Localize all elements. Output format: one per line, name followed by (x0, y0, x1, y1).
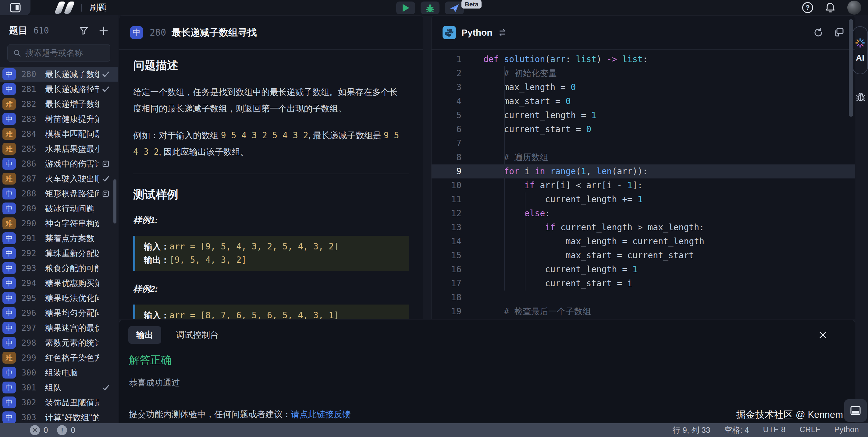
problem-list-item[interactable]: 中297糖果迷宫的最优分配 (0, 321, 118, 335)
problem-list-item[interactable]: 中281最长递减路径节... (0, 81, 118, 97)
line-number: 19 (432, 305, 484, 318)
debug-button[interactable] (421, 2, 439, 14)
problem-list-item[interactable]: 中292算珠重新分配以获... (0, 246, 118, 261)
line-number: 8 (432, 150, 484, 164)
line-number: 7 (432, 136, 484, 150)
problem-list-item[interactable]: 难299红色格子染色方案... (0, 350, 118, 365)
difficulty-badge: 中 (2, 307, 16, 319)
problem-marker (99, 160, 110, 168)
difficulty-badge: 难 (2, 98, 16, 110)
sidebar-scrollbar[interactable] (113, 179, 117, 224)
code-line: 9 for i in range(1, len(arr)): (432, 164, 855, 178)
sample2-label: 样例2: (133, 283, 409, 295)
line-number: 17 (432, 276, 484, 291)
problem-title: 最长递增子数组问题 (45, 99, 99, 110)
watermark: 掘金技术社区 @ Kennem (736, 408, 843, 421)
problem-list-item[interactable]: 难290神奇字符串构造问题 (0, 216, 118, 231)
beta-badge: Beta (461, 0, 482, 8)
add-problem-icon[interactable] (99, 26, 108, 36)
toggle-sidebar-button[interactable] (0, 0, 30, 15)
problem-title: 最长递减子数组寻找 (172, 26, 257, 39)
difficulty-badge: 难 (2, 352, 16, 364)
run-button[interactable] (396, 2, 415, 14)
problem-list-item[interactable]: 中295糖果吃法优化问题 (0, 291, 118, 305)
ai-assistant-button[interactable]: AI (852, 26, 868, 74)
input-label: 输入： (144, 242, 169, 251)
difficulty-badge: 中 (2, 277, 16, 289)
problem-title: 矩形棋盘路径问... (45, 188, 99, 199)
problem-list-item[interactable]: 中293粮食分配的可能性... (0, 261, 118, 276)
difficulty-badge: 中 (2, 397, 16, 408)
code-text: def solution(arr: list) -> list: (484, 53, 648, 66)
tab-debug-console[interactable]: 调试控制台 (176, 329, 219, 341)
encoding[interactable]: UTF-8 (763, 425, 785, 435)
problem-title: 糖果迷宫的最优分配 (45, 323, 99, 333)
problem-title: 水果店果篮最小成... (45, 143, 99, 155)
problem-list-item[interactable]: 中280最长递减子数组... (0, 67, 118, 81)
problem-list-item[interactable]: 中302装饰品丑陋值最小... (0, 395, 118, 410)
difficulty-badge: 中 (2, 367, 16, 378)
reset-code-icon[interactable] (813, 28, 823, 37)
problem-list-item[interactable]: 难287火车驶入驶出顺... (0, 171, 118, 186)
difficulty-badge: 中 (2, 322, 16, 334)
code-editor[interactable]: 1def solution(arr: list) -> list:2 # 初始化… (432, 50, 855, 319)
run-controls: Beta (396, 2, 464, 14)
format-code-icon[interactable] (834, 28, 844, 37)
report-bug-button[interactable] (855, 91, 866, 102)
problem-marker (99, 175, 110, 183)
problem-list-item[interactable]: 难285水果店果篮最小成... (0, 141, 118, 156)
problem-id: 302 (21, 398, 40, 407)
problem-list-item[interactable]: 中301组队 (0, 380, 118, 395)
line-number: 4 (432, 94, 484, 108)
sample2-input-code: arr = [8, 7, 6, 5, 6, 5, 4, 3, 1] (169, 310, 339, 319)
divider (81, 4, 82, 11)
line-number: 18 (432, 291, 484, 305)
code-line: 11 current_length += 1 (432, 193, 855, 206)
problem-list-item[interactable]: 中300组装电脑 (0, 365, 118, 380)
code-text: max_length = current_length (484, 234, 704, 248)
search-input[interactable] (25, 48, 104, 58)
difficulty-badge: 中 (2, 83, 16, 95)
code-text: max_start = current_start (484, 248, 694, 263)
language-mode[interactable]: Python (834, 425, 859, 435)
code-text: max_start = 0 (484, 94, 571, 108)
line-number: 15 (432, 248, 484, 263)
line-number: 14 (432, 234, 484, 248)
problem-list-item[interactable]: 中289破冰行动问题 (0, 201, 118, 216)
toggle-bottom-panel-button[interactable] (844, 399, 867, 422)
line-number: 5 (432, 108, 484, 123)
eol-setting[interactable]: CRLF (799, 425, 820, 435)
code-line: 4 max_start = 0 (432, 94, 855, 108)
cursor-position[interactable]: 行 9, 列 33 (672, 425, 710, 435)
language-switch-icon[interactable] (498, 29, 506, 37)
problem-title: 模板串匹配问题 (45, 129, 99, 139)
problem-panel: 中 280 最长递减子数组寻找 问题描述 给定一个数组，任务是找到数组中的最长递… (119, 15, 423, 319)
problems-indicator[interactable]: ✕ 0 ! 0 (30, 425, 81, 435)
user-avatar[interactable] (847, 1, 861, 14)
indent-setting[interactable]: 空格: 4 (724, 425, 749, 435)
tab-output[interactable]: 输出 (128, 326, 161, 344)
difficulty-badge: 中 (2, 158, 16, 170)
output-tabs: 输出 调试控制台 (119, 320, 855, 344)
problem-list-item[interactable]: 中291禁着点方案数 (0, 231, 118, 246)
problem-list-item[interactable]: 中283树苗健康提升策略 (0, 111, 118, 126)
search-box[interactable] (7, 44, 110, 62)
app-logo[interactable] (57, 2, 75, 14)
check-icon (102, 175, 110, 183)
logo-bar (54, 2, 65, 14)
filter-funnel-icon[interactable] (79, 26, 88, 35)
problem-list-item[interactable]: 中303计算"好数组"的数量 (0, 410, 118, 423)
problem-list-item[interactable]: 难284模板串匹配问题 (0, 126, 118, 141)
problem-list-item[interactable]: 中296糖果均匀分配问题 (0, 305, 118, 321)
help-button[interactable]: ? (802, 2, 813, 13)
close-panel-button[interactable] (819, 331, 827, 339)
problem-list-item[interactable]: 难282最长递增子数组问题 (0, 97, 118, 111)
notifications-bell-icon[interactable] (825, 2, 835, 13)
submit-button[interactable]: Beta (445, 2, 464, 14)
problem-list-item[interactable]: 中298素数元素的统计 (0, 335, 118, 350)
problem-list-item[interactable]: 中286游戏中的伤害计... (0, 156, 118, 171)
problem-list-item[interactable]: 中288矩形棋盘路径问... (0, 186, 118, 201)
problem-list-item[interactable]: 中294糖果优惠购买策略 (0, 276, 118, 291)
feedback-link[interactable]: 请点此链接反馈 (291, 410, 351, 419)
line-number: 6 (432, 123, 484, 136)
